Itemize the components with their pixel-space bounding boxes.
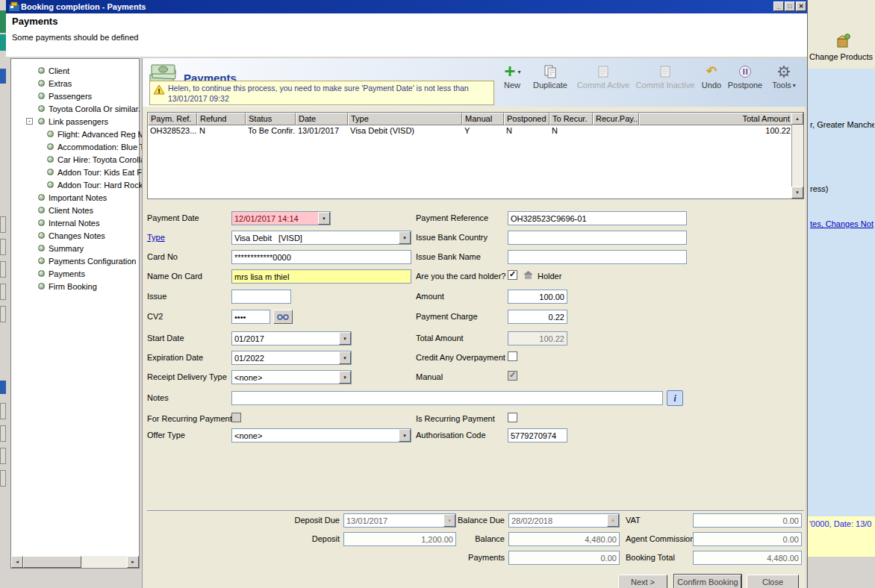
issue-input[interactable] xyxy=(231,290,291,304)
undo-button[interactable]: ↶ Undo xyxy=(697,64,726,101)
payment-date-combo[interactable]: ▼ xyxy=(231,211,331,225)
tree-item-client-notes[interactable]: Client Notes xyxy=(11,204,138,216)
start-date-input[interactable] xyxy=(232,332,339,345)
close-dialog-button[interactable]: Close xyxy=(747,575,799,588)
tree-item-internal-notes[interactable]: Internal Notes xyxy=(11,217,138,229)
next-button[interactable]: Next > xyxy=(618,575,667,588)
notes-info-button[interactable]: i xyxy=(667,390,683,406)
type-input[interactable] xyxy=(232,231,399,244)
receipt-delivery-type-combo[interactable]: ▼ xyxy=(231,370,352,384)
page-title: Payments xyxy=(12,16,57,27)
type-label-link[interactable]: Type xyxy=(147,233,165,242)
is-recurring-payment-checkbox[interactable] xyxy=(508,413,517,422)
minimize-button[interactable]: _ xyxy=(773,1,784,11)
tree-item-toyota[interactable]: Toyota Corolla Or similar. M xyxy=(11,103,138,115)
warning-text-line2: 13/01/2017 09:32 xyxy=(168,94,229,103)
tree-horizontal-scrollbar[interactable]: ◄ ► xyxy=(11,556,139,568)
column-header-recur-pay[interactable]: Recur.Pay... xyxy=(593,113,639,125)
table-vertical-scrollbar[interactable]: ▲ ▼ xyxy=(791,113,803,198)
payment-reference-input[interactable] xyxy=(508,211,687,225)
tree-item-payments-configuration[interactable]: Payments Configuration xyxy=(11,255,138,267)
offer-type-input[interactable] xyxy=(232,429,399,442)
tree-item-label: Addon Tour: Kids Eat Fr xyxy=(57,168,145,177)
cv2-input[interactable] xyxy=(231,310,270,324)
type-combo[interactable]: ▼ xyxy=(231,231,411,245)
tree-item-accommodation[interactable]: Accommodation: Blue Tr xyxy=(11,141,138,153)
tree-item-addon-kids[interactable]: Addon Tour: Kids Eat Fr xyxy=(11,166,138,178)
scroll-left-button[interactable]: ◄ xyxy=(11,556,23,568)
tree-item-passengers[interactable]: Passengers xyxy=(11,90,138,102)
dropdown-button[interactable]: ▼ xyxy=(339,351,351,364)
column-header-paym-ref[interactable]: Paym. Ref. xyxy=(148,113,197,125)
scroll-right-button[interactable]: ► xyxy=(127,556,139,568)
scroll-down-button[interactable]: ▼ xyxy=(791,187,803,198)
column-header-postponed[interactable]: Postponed xyxy=(504,113,549,125)
card-no-input[interactable] xyxy=(231,250,411,264)
new-label: New xyxy=(504,81,520,90)
maximize-button[interactable]: □ xyxy=(785,1,795,11)
close-button[interactable]: ✕ xyxy=(796,1,806,11)
dropdown-button[interactable]: ▼ xyxy=(399,429,411,442)
postpone-button[interactable]: Postpone xyxy=(726,64,765,101)
column-header-type[interactable]: Type xyxy=(348,113,462,125)
tree-item-important-notes[interactable]: Important Notes xyxy=(11,192,138,204)
deposit-label: Deposit xyxy=(250,534,340,543)
summary-separator xyxy=(147,510,804,512)
tree-item-car-hire[interactable]: Car Hire: Toyota Corolla xyxy=(11,154,138,166)
tree-item-addon-hardrock[interactable]: Addon Tour: Hard Rock xyxy=(11,179,138,191)
dropdown-button[interactable]: ▼ xyxy=(339,371,351,384)
dropdown-button[interactable]: ▼ xyxy=(339,332,351,345)
credit-any-overpayment-checkbox[interactable] xyxy=(508,351,517,361)
issue-bank-name-input[interactable] xyxy=(508,250,687,264)
tree-item-link-passengers[interactable]: -Link passengers xyxy=(11,116,138,128)
collapse-expander-icon[interactable]: - xyxy=(26,118,33,125)
column-header-refund[interactable]: Refund xyxy=(197,113,246,125)
expiration-date-combo[interactable]: ▼ xyxy=(231,351,352,365)
notes-input[interactable] xyxy=(231,391,663,405)
tree-item-payments[interactable]: Payments xyxy=(11,268,138,280)
name-on-card-input[interactable] xyxy=(231,269,411,284)
scrollbar-thumb[interactable] xyxy=(23,556,81,568)
is-recurring-payment-label: Is Recurring Payment xyxy=(416,414,495,423)
tree-item-label: Accommodation: Blue Tr xyxy=(57,143,147,151)
tree-bullet-icon xyxy=(38,194,45,201)
deposit-due-label: Deposit Due xyxy=(250,516,340,525)
dropdown-button[interactable]: ▼ xyxy=(318,212,330,225)
table-row[interactable]: OH328523... N To Be Confir... 13/01/2017… xyxy=(148,125,803,137)
authorisation-code-input[interactable] xyxy=(508,428,567,442)
confirm-booking-button[interactable]: Confirm Booking xyxy=(674,575,741,588)
payment-charge-input[interactable] xyxy=(508,310,567,324)
payment-date-input[interactable] xyxy=(232,212,318,225)
start-date-combo[interactable]: ▼ xyxy=(231,331,352,345)
tree-item-client[interactable]: Client xyxy=(11,65,138,77)
column-header-manual[interactable]: Manual xyxy=(462,113,504,125)
scroll-up-button[interactable]: ▲ xyxy=(791,113,803,125)
card-holder-checkbox[interactable]: ✓ xyxy=(508,270,517,280)
offer-type-combo[interactable]: ▼ xyxy=(231,428,411,442)
issue-bank-country-input[interactable] xyxy=(508,231,687,245)
tools-button[interactable]: Tools▾ xyxy=(765,64,803,101)
tree-item-changes-notes[interactable]: Changes Notes xyxy=(11,230,138,242)
tree-item-flight[interactable]: Flight: Advanced Reg M xyxy=(11,128,138,140)
receipt-delivery-type-input[interactable] xyxy=(232,371,339,384)
column-header-to-recur[interactable]: To Recur. xyxy=(549,113,593,125)
tree-item-summary[interactable]: Summary xyxy=(11,243,138,254)
dropdown-button[interactable]: ▼ xyxy=(399,231,411,244)
tree-bullet-icon xyxy=(38,219,45,226)
tree-item-firm-booking[interactable]: Firm Booking xyxy=(11,281,138,293)
new-button[interactable]: ▾ New xyxy=(496,64,529,101)
reveal-cv2-button[interactable] xyxy=(273,310,293,324)
amount-input[interactable] xyxy=(508,290,567,304)
expiration-date-input[interactable] xyxy=(232,351,339,364)
column-header-total-amount[interactable]: Total Amount xyxy=(639,113,793,125)
duplicate-button[interactable]: Duplicate xyxy=(530,64,570,101)
column-header-status[interactable]: Status xyxy=(246,113,296,125)
balance-due-input xyxy=(509,514,607,527)
column-header-date[interactable]: Date xyxy=(296,113,348,125)
change-products-label[interactable]: Change Products xyxy=(809,52,874,61)
commit-inactive-button[interactable]: Commit Inactive xyxy=(635,64,696,101)
commit-active-button[interactable]: Commit Active xyxy=(573,64,633,101)
tree-item-extras[interactable]: Extras xyxy=(11,78,138,90)
tree-item-label: Important Notes xyxy=(49,193,107,202)
background-link-fragment[interactable]: tes, Changes Not xyxy=(810,219,874,228)
